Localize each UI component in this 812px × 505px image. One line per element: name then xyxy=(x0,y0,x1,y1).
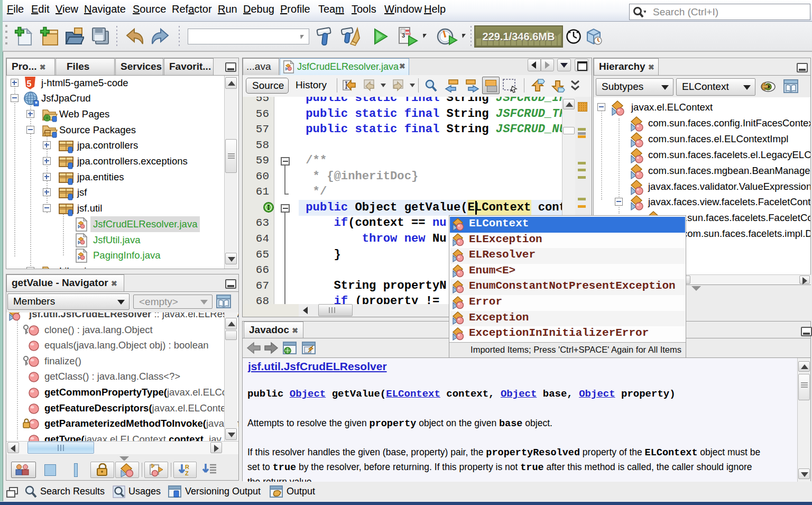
svg-text:Z: Z xyxy=(185,470,189,476)
svg-text:5: 5 xyxy=(27,79,32,88)
svg-text:3: 3 xyxy=(402,32,405,39)
svg-text:R: R xyxy=(185,464,189,470)
